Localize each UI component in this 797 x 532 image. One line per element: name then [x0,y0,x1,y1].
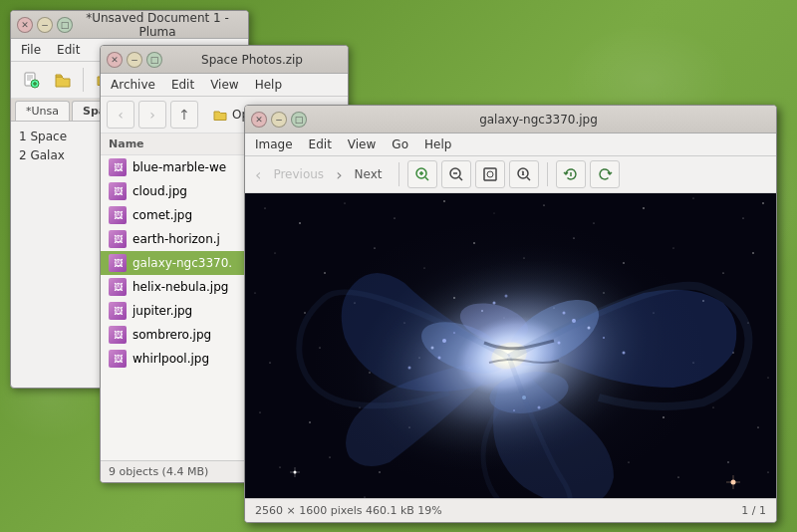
svg-point-104 [588,327,591,330]
svg-point-15 [487,171,493,177]
svg-point-43 [722,272,723,273]
iv-status-info: 2560 × 1600 pixels 460.1 kB 19% [255,504,442,517]
iv-image-area [245,193,776,498]
svg-point-29 [594,223,595,224]
iv-prev-btn[interactable]: Previous [265,164,332,184]
iv-prev-chevron: ‹ [253,165,263,184]
fm-forward-btn[interactable]: › [138,101,166,129]
pluma-tab-unsaved[interactable]: *Unsa [15,101,70,121]
pluma-title: *Unsaved Document 1 - Pluma [73,11,242,39]
file-icon: 🖼 [109,206,127,224]
iv-menu-image[interactable]: Image [249,135,299,153]
svg-point-65 [309,421,310,422]
svg-point-64 [260,412,261,413]
fm-window-controls[interactable]: ✕ − □ [107,52,162,68]
fm-up-btn[interactable]: ↑ [170,101,198,129]
iv-menu-view[interactable]: View [342,135,382,153]
iv-maximize-btn[interactable]: □ [291,112,307,128]
iv-rotate-right-btn[interactable] [590,160,620,188]
iv-titlebar: ✕ − □ galaxy-ngc3370.jpg [245,106,776,133]
svg-point-80 [364,496,365,497]
file-icon: 🖼 [109,326,127,344]
svg-point-23 [299,222,301,224]
pluma-maximize-btn[interactable]: □ [57,17,73,33]
file-icon: 🖼 [109,254,127,272]
fm-menu-archive[interactable]: Archive [105,76,161,94]
iv-toolbar-sep [398,162,399,186]
svg-point-73 [379,471,380,472]
svg-point-114 [513,409,515,411]
file-icon: 🖼 [109,230,127,248]
fm-titlebar: ✕ − □ Space Photos.zip [101,46,348,74]
file-icon: 🖼 [109,350,127,368]
iv-zoom-fit-btn[interactable] [475,160,505,188]
file-name: blue-marble-we [133,160,226,174]
fm-menu-view[interactable]: View [204,76,244,94]
svg-point-118 [623,352,626,355]
iv-toolbar-sep2 [547,162,548,186]
svg-point-108 [442,339,446,343]
svg-point-44 [752,252,753,253]
svg-point-28 [543,204,544,205]
pluma-open-btn[interactable] [49,66,77,94]
imageviewer-window: ✕ − □ galaxy-ngc3370.jpg Image Edit View… [244,105,777,523]
pluma-menu-file[interactable]: File [15,41,47,59]
fm-menu-edit[interactable]: Edit [165,76,200,94]
iv-zoom-out-btn[interactable] [441,160,471,188]
svg-line-13 [459,177,462,180]
svg-point-75 [677,476,678,477]
svg-point-26 [443,200,444,201]
svg-point-63 [768,378,769,379]
fm-menu-help[interactable]: Help [249,76,288,94]
fm-minimize-btn[interactable]: − [127,52,142,68]
iv-close-btn[interactable]: ✕ [251,112,267,128]
file-icon: 🖼 [109,278,127,296]
iv-zoom-100-btn[interactable]: 1 [509,160,539,188]
iv-menu-go[interactable]: Go [386,135,414,153]
fm-close-btn[interactable]: ✕ [107,52,123,68]
svg-point-46 [304,312,305,313]
iv-menu-edit[interactable]: Edit [303,135,338,153]
iv-rotate-left-btn[interactable] [556,160,586,188]
svg-point-56 [269,362,270,363]
pluma-titlebar: ✕ − □ *Unsaved Document 1 - Pluma [11,11,248,39]
svg-point-35 [324,272,326,274]
fm-back-btn[interactable]: ‹ [107,101,134,129]
svg-point-32 [742,217,743,218]
svg-point-30 [643,207,645,209]
svg-rect-14 [484,168,496,180]
svg-point-31 [693,198,694,199]
galaxy-svg [245,193,776,498]
svg-point-117 [505,295,508,298]
iv-zoom-in-btn[interactable] [407,160,437,188]
file-name: whirlpool.jpg [133,352,209,366]
fm-menubar: Archive Edit View Help [101,74,348,97]
pluma-menu-edit[interactable]: Edit [51,41,86,59]
fm-maximize-btn[interactable]: □ [146,52,162,68]
svg-point-107 [558,342,561,345]
svg-point-115 [493,302,496,305]
iv-statusbar: 2560 × 1600 pixels 460.1 kB 19% 1 / 1 [245,498,776,522]
svg-point-116 [481,310,483,312]
iv-minimize-btn[interactable]: − [271,112,287,128]
svg-point-72 [330,457,331,458]
pluma-new-btn[interactable] [17,66,45,94]
iv-next-btn[interactable]: Next [347,164,391,184]
svg-point-69 [713,407,714,408]
file-name: sombrero.jpg [133,328,211,342]
svg-text:1: 1 [521,169,525,176]
svg-point-77 [768,472,769,473]
svg-point-25 [394,217,395,218]
pluma-window-controls[interactable]: ✕ − □ [17,17,73,33]
pluma-minimize-btn[interactable]: − [37,17,53,33]
iv-status-page: 1 / 1 [741,504,766,517]
iv-menu-help[interactable]: Help [418,135,457,153]
file-name: helix-nebula.jpg [133,280,228,294]
svg-point-113 [538,406,541,409]
pluma-toolbar-sep [83,68,84,92]
iv-window-controls[interactable]: ✕ − □ [251,112,307,128]
svg-point-33 [762,202,763,203]
svg-line-10 [425,177,428,180]
pluma-close-btn[interactable]: ✕ [17,17,33,33]
svg-line-18 [527,177,530,180]
